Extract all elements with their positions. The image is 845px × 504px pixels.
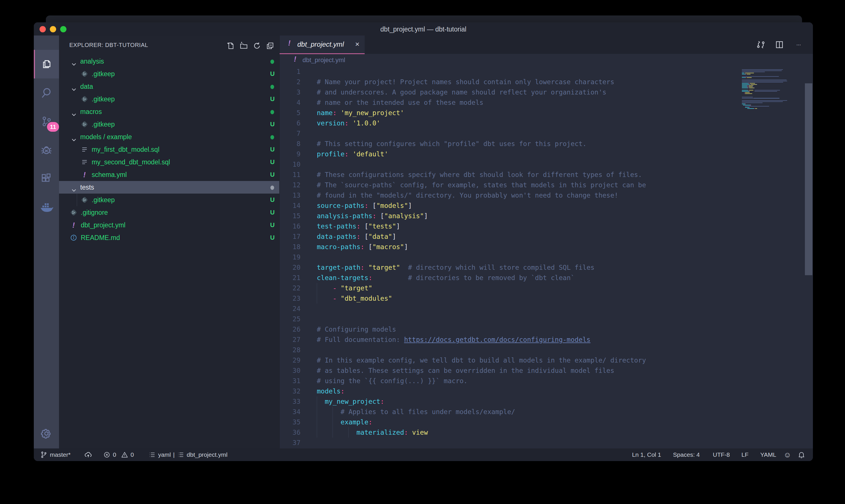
new-folder-button[interactable] — [238, 40, 250, 52]
tree-file-my-first-dbt-model-sql[interactable]: my_first_dbt_model.sqlU — [59, 143, 279, 156]
code-line-14[interactable]: 14source-paths: ["models"] — [280, 200, 813, 211]
scrollbar-thumb[interactable] — [805, 83, 812, 275]
problems-indicator[interactable]: 0 0 — [103, 448, 134, 461]
code-line-15[interactable]: 15analysis-paths: ["analysis"] — [280, 211, 813, 221]
refresh-explorer-button[interactable] — [251, 40, 263, 52]
tree-file--gitkeep[interactable]: .gitkeepU — [59, 68, 279, 80]
code-line-9[interactable]: 9profile: 'default' — [280, 149, 813, 159]
line-number: 35 — [280, 417, 301, 427]
code-area[interactable]: 12# Name your project! Project names sho… — [280, 67, 813, 448]
code-line-4[interactable]: 4# name or the intended use of these mod… — [280, 97, 813, 108]
line-number: 10 — [280, 159, 301, 169]
code-line-11[interactable]: 11# These configurations specify where d… — [280, 169, 813, 180]
tree-file-my-second-dbt-model-sql[interactable]: my_second_dbt_model.sqlU — [59, 156, 279, 168]
code-line-6[interactable]: 6version: '1.0.0' — [280, 118, 813, 128]
code-line-31[interactable]: 31# using the `{{ config(...) }}` macro. — [280, 376, 813, 386]
code-line-12[interactable]: 12# The `source-paths` config, for examp… — [280, 180, 813, 190]
code-line-20[interactable]: 20target-path: "target" # directory whic… — [280, 262, 813, 273]
lint-status[interactable]: yaml | dbt_project.yml — [148, 448, 228, 461]
code-line-37[interactable]: 37 — [280, 437, 813, 448]
compare-changes-icon — [756, 40, 766, 50]
tree-file-dbt-project-yml[interactable]: !dbt_project.ymlU — [59, 219, 279, 231]
code-line-26[interactable]: 26# Configuring models — [280, 324, 813, 335]
tab-dbt-project-yml[interactable]: ! dbt_project.yml × — [280, 36, 365, 54]
feedback-smiley[interactable]: ☺ — [784, 448, 791, 461]
code-line-19[interactable]: 19 — [280, 252, 813, 262]
code-line-16[interactable]: 16test-paths: ["tests"] — [280, 221, 813, 231]
warning-icon — [121, 451, 128, 458]
minimap-line — [742, 76, 791, 77]
code-line-25[interactable]: 25 — [280, 314, 813, 324]
cursor-position[interactable]: Ln 1, Col 1 — [632, 448, 661, 461]
new-file-button[interactable] — [225, 40, 236, 52]
tab-close-icon[interactable]: × — [355, 36, 359, 53]
activity-settings[interactable] — [34, 419, 59, 448]
git-branch-indicator[interactable]: master* — [40, 448, 70, 461]
git-status-badge: U — [270, 168, 275, 181]
code-line-27[interactable]: 27# Full documentation: https://docs.get… — [280, 335, 813, 345]
more-actions-button[interactable]: ⋯ — [792, 39, 805, 50]
code-text: test-paths: ["tests"] — [317, 221, 400, 231]
tree-folder-macros[interactable]: macros — [59, 105, 279, 118]
code-line-21[interactable]: 21clean-targets: # directories to be rem… — [280, 273, 813, 283]
minimap[interactable] — [742, 68, 791, 110]
chevron-down-icon — [71, 187, 77, 193]
tree-folder-models-example[interactable]: models / example — [59, 130, 279, 143]
activity-explorer[interactable] — [34, 50, 59, 78]
tree-label: .gitignore — [81, 206, 108, 219]
eol-indicator[interactable]: LF — [741, 448, 749, 461]
code-line-34[interactable]: 34 # Applies to all files under models/e… — [280, 407, 813, 417]
code-line-3[interactable]: 3# and underscores. A good package name … — [280, 87, 813, 97]
code-line-23[interactable]: 23 - "dbt_modules" — [280, 293, 813, 304]
activity-run-debug[interactable] — [34, 136, 59, 164]
code-line-33[interactable]: 33 my_new_project: — [280, 396, 813, 407]
code-line-17[interactable]: 17data-paths: ["data"] — [280, 231, 813, 242]
code-line-22[interactable]: 22 - "target" — [280, 283, 813, 293]
activity-extensions[interactable] — [34, 164, 59, 193]
split-editor-button[interactable] — [773, 39, 786, 50]
line-number: 37 — [280, 437, 301, 448]
activity-docker[interactable] — [34, 193, 59, 222]
code-line-36[interactable]: 36 materialized: view — [280, 427, 813, 437]
code-line-28[interactable]: 28 — [280, 345, 813, 355]
encoding-indicator[interactable]: UTF-8 — [713, 448, 730, 461]
line-number: 23 — [280, 293, 301, 304]
indentation-indicator[interactable]: Spaces: 4 — [673, 448, 700, 461]
code-line-30[interactable]: 30# as tables. These settings can be ove… — [280, 365, 813, 376]
tree-folder-analysis[interactable]: analysis — [59, 55, 279, 68]
compare-changes-button[interactable] — [754, 39, 767, 50]
line-number: 14 — [280, 200, 301, 211]
code-line-7[interactable]: 7 — [280, 128, 813, 139]
tree-file-readme-md[interactable]: README.mdU — [59, 231, 279, 244]
breadcrumb[interactable]: ! dbt_project.yml — [280, 54, 813, 67]
code-line-2[interactable]: 2# Name your project! Project names shou… — [280, 77, 813, 87]
code-line-35[interactable]: 35 example: — [280, 417, 813, 427]
tree-file--gitkeep[interactable]: .gitkeepU — [59, 118, 279, 130]
tree-file--gitkeep[interactable]: .gitkeepU — [59, 93, 279, 105]
notifications-bell[interactable] — [797, 448, 806, 461]
code-line-29[interactable]: 29# In this example config, we tell dbt … — [280, 355, 813, 365]
git-file-icon — [81, 121, 88, 128]
code-line-32[interactable]: 32models: — [280, 386, 813, 396]
activity-source-control[interactable]: 11 — [34, 107, 59, 136]
code-line-5[interactable]: 5name: 'my_new_project' — [280, 108, 813, 118]
activity-search[interactable] — [34, 78, 59, 107]
code-line-24[interactable]: 24 — [280, 304, 813, 314]
code-line-10[interactable]: 10 — [280, 159, 813, 169]
code-line-13[interactable]: 13# found in the "models/" directory. Yo… — [280, 190, 813, 200]
code-line-18[interactable]: 18macro-paths: ["macros"] — [280, 242, 813, 252]
explorer-title: EXPLORER: DBT-TUTORIAL — [69, 42, 148, 48]
breadcrumb-file[interactable]: dbt_project.yml — [303, 54, 345, 67]
tree-file--gitkeep[interactable]: .gitkeepU — [59, 194, 279, 206]
tree-file--gitignore[interactable]: .gitignoreU — [59, 206, 279, 219]
tree-folder-tests[interactable]: tests — [59, 181, 279, 194]
file-type-icon — [69, 233, 78, 242]
code-line-8[interactable]: 8# This setting configures which "profil… — [280, 139, 813, 149]
sync-changes-button[interactable] — [84, 448, 92, 461]
language-mode[interactable]: YAML — [760, 448, 776, 461]
tree-folder-data[interactable]: data — [59, 80, 279, 93]
collapse-folders-button[interactable] — [264, 40, 276, 52]
code-line-1[interactable]: 1 — [280, 67, 813, 77]
minimap-line — [742, 94, 791, 95]
tree-file-schema-yml[interactable]: !schema.ymlU — [59, 168, 279, 181]
